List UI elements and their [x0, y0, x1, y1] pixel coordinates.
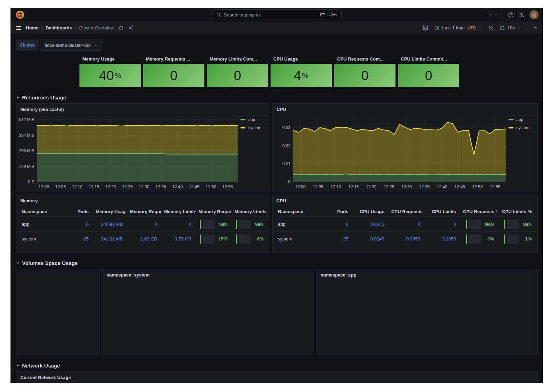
refresh-picker[interactable]: 10s [499, 25, 521, 31]
cell-value[interactable]: 3.1850 [442, 236, 456, 241]
section-network-usage[interactable]: Network Usage [16, 362, 538, 369]
help-icon[interactable] [508, 12, 514, 18]
x-axis-tick: 12:55 [222, 184, 233, 189]
cell-value[interactable]: 25 [343, 236, 348, 241]
legend-item-app[interactable]: app [509, 116, 536, 124]
y-axis-tick: 0 [288, 180, 290, 184]
panel-title[interactable]: namespace: app [316, 269, 537, 280]
breadcrumb-item-dashboards[interactable]: Dashboards [46, 25, 72, 30]
time-range-picker[interactable]: Last 1 hour UTC [434, 25, 482, 31]
column-header[interactable]: CPU Requests % [460, 206, 497, 217]
current-network-usage-panel: Current Network Usage [16, 371, 538, 383]
gauge-value: 6% [252, 236, 264, 241]
stat-title[interactable]: Memory Requests ... [143, 54, 204, 64]
cell-value[interactable]: 25 [84, 236, 89, 241]
column-header[interactable]: Memory Limits [161, 206, 195, 217]
cell-value[interactable]: 241.21 MB [101, 236, 123, 241]
stat-title[interactable]: CPU Limits Commit... [398, 54, 459, 64]
column-header[interactable]: Memory Usage [92, 206, 126, 217]
news-icon[interactable] [519, 12, 525, 18]
x-axis-tick: 12:40 [172, 184, 183, 189]
stat-title[interactable]: CPU Usage [271, 54, 332, 64]
column-header[interactable]: CPU Usage [352, 206, 388, 217]
y-axis-tick: 0.01 [282, 161, 291, 166]
gauge-cell: NaN [200, 220, 227, 229]
column-header[interactable]: CPU Requests [388, 206, 424, 217]
stat-title[interactable]: Memory Limits Com... [207, 54, 268, 64]
column-header[interactable]: CPU Limits [424, 206, 460, 217]
cell-value[interactable]: 6 [346, 222, 348, 227]
cell-value[interactable]: 3.79 GB [175, 236, 191, 241]
panel-title[interactable]: namespace: system [102, 269, 314, 280]
user-avatar[interactable] [530, 10, 539, 19]
legend-item-system[interactable]: system [240, 124, 268, 132]
stat-value: 0 [361, 69, 369, 82]
cell-value[interactable]: 0.0249 [370, 236, 384, 241]
search-bar[interactable]: ctrl+k [212, 9, 342, 20]
gauge-bar [236, 220, 237, 229]
chart-legend: appsystem [240, 115, 268, 132]
breadcrumb-separator: › [41, 25, 43, 30]
cell-value[interactable]: 0.0041 [370, 222, 384, 227]
panel-title[interactable]: Current Network Usage [16, 372, 537, 383]
x-axis-tick: 12:15 [348, 184, 359, 189]
dashboard-settings-icon[interactable] [422, 25, 428, 31]
cell-value[interactable]: 1.62 GB [140, 236, 157, 241]
gauge-track [203, 220, 215, 229]
cell-value[interactable]: 240.98 MB [101, 222, 123, 227]
column-header[interactable]: Namespace [18, 206, 67, 217]
gauge-cell: 3% [466, 234, 494, 244]
grafana-logo-icon[interactable] [15, 10, 24, 19]
column-header[interactable]: Pods [326, 206, 352, 217]
table-cell: NaN [231, 217, 267, 231]
section-volumes-space-usage[interactable]: Volumes Space Usage [16, 259, 538, 267]
memory-chart-canvas: 0 B128 MiB256 MiB384 MiB512 MiB12:0012:0… [17, 115, 240, 191]
table-cell: app [18, 217, 67, 231]
breadcrumb-item-cluster-overview[interactable]: Cluster Overview [79, 25, 114, 30]
cell-value[interactable]: 0 [454, 222, 456, 227]
panel-title[interactable]: CPU [272, 104, 537, 115]
table-cell: 0.9350 [388, 231, 424, 246]
search-input[interactable] [224, 12, 317, 18]
section-label: Volumes Space Usage [22, 260, 78, 266]
add-new-button[interactable] [488, 12, 498, 18]
mega-menu-icon[interactable] [15, 25, 22, 31]
column-header[interactable]: Memory Requests % [195, 206, 231, 217]
stat-panel-cpu-usage: CPU Usage4% [271, 54, 332, 87]
cell-value[interactable]: 0 [189, 222, 191, 227]
keyboard-icon [320, 12, 326, 18]
timezone-label: UTC [467, 26, 476, 30]
gauge-track [469, 234, 481, 244]
volume-panel-app: namespace: app [316, 269, 538, 355]
gauge-bar [200, 220, 201, 229]
column-header[interactable]: Memory Limits % [231, 206, 267, 217]
dashboard-content: Cluster docs-demo-cluster-k3s Memory Usa… [10, 34, 543, 383]
cell-value[interactable]: 0 [418, 222, 420, 227]
table-cell: NaN [460, 217, 497, 231]
stat-title[interactable]: Memory Usage [79, 54, 141, 64]
column-header[interactable]: Pods [67, 206, 92, 217]
memory-table: NamespacePodsMemory UsageMemory Requests… [16, 206, 269, 246]
panel-title[interactable]: Memory (w/o cache) [16, 104, 269, 115]
panel-title[interactable]: CPU [272, 195, 537, 206]
column-header[interactable]: CPU Limits % [497, 206, 535, 217]
zoom-out-icon[interactable] [488, 25, 494, 31]
section-resources-usage[interactable]: Resources Usage [16, 93, 538, 101]
y-axis-tick: 256 MiB [19, 148, 34, 153]
kiosk-mode-icon[interactable] [533, 25, 538, 30]
legend-item-app[interactable]: app [240, 116, 268, 124]
legend-item-system[interactable]: system [509, 124, 536, 132]
panel-title[interactable]: Memory [16, 195, 269, 206]
star-icon[interactable] [118, 25, 124, 31]
cell-value[interactable]: 6 [86, 222, 89, 227]
stat-title[interactable]: CPU Requests Com... [334, 54, 396, 64]
column-header[interactable]: Namespace [274, 206, 326, 217]
stat-panel-memory-requests: Memory Requests ...0 [143, 54, 204, 87]
share-icon[interactable] [128, 25, 134, 31]
cluster-variable-dropdown[interactable]: docs-demo-cluster-k3s [40, 40, 102, 51]
column-header[interactable]: Memory Requests [126, 206, 161, 217]
cell-value[interactable]: 0 [155, 222, 157, 227]
cell-value[interactable]: 0.9350 [406, 236, 420, 241]
gauge-track [239, 234, 251, 244]
breadcrumb-item-home[interactable]: Home [26, 25, 38, 30]
